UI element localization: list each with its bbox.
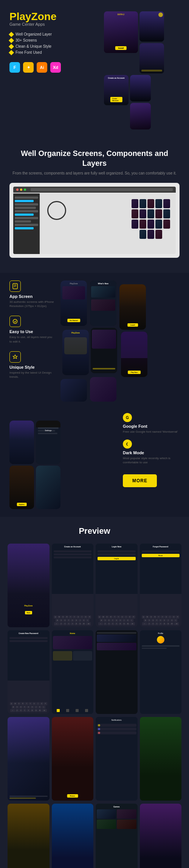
preview-phone-3: Login Now Log In QWERTYUIOP ASDFGHJKL ⇧Z… [96, 544, 138, 627]
keyboard-overlay-4: QWERTYUIOP ASDFGHJKL ⇧ZXCVBNM⌫ [8, 681, 50, 714]
info-phone-3: Settings [36, 421, 60, 464]
preview-row-2: Create New Password QWERTYUIOP ASDFGHJKL… [8, 630, 181, 714]
google-font-desc: Free use Google font named 'Montserrat' [123, 430, 180, 434]
screen-game3 [139, 43, 164, 73]
preview-phone-4: Forgot Password Reset QWERTYUIOP ASDFGHJ… [140, 544, 182, 627]
get-started-btn: Get Started [67, 319, 80, 322]
layer-4 [15, 207, 36, 209]
comp-8 [147, 209, 154, 218]
mockup-phone-s1 [130, 75, 151, 101]
collage-phone-4: PlayZone [62, 330, 89, 375]
diamond-icon-1 [9, 31, 14, 37]
feature-item-3: Clean & Unique Style [9, 44, 98, 48]
comp-15 [163, 220, 170, 229]
pscreen-13: 4.9 ★ Install [8, 804, 50, 868]
preview-phone-8: Profile [140, 630, 182, 714]
figma-selection-circle [47, 201, 66, 220]
preview-phone-13: 4.9 ★ Install [8, 804, 50, 868]
svg-rect-0 [13, 284, 17, 289]
collage-phone-2: What's New [90, 281, 116, 326]
preview-phone-10: Return [52, 717, 94, 801]
pscreen-1: PlayZone Start [8, 544, 50, 627]
xd-icon: Xd [50, 62, 61, 73]
kb-row-2: ASDFGHJKL [56, 619, 89, 622]
keyboard-overlay-3: QWERTYUIOP ASDFGHJKL ⇧ZXCVBNM⌫ [140, 594, 182, 627]
preview-phone-9 [8, 717, 50, 801]
feature-item-4: Free Font Used [9, 50, 98, 55]
kb-row-3: ⇧ZXCVBNM⌫ [54, 622, 91, 625]
ai-icon: Ai [37, 62, 47, 73]
comp-4 [155, 199, 162, 208]
feature-list: Well Organized Layer 30+ Screens Clean &… [9, 32, 98, 55]
info-phone-4 [36, 466, 60, 509]
hero-right: DOTA 2 Install Cre [104, 11, 180, 129]
mockup-row-top: DOTA 2 Install [104, 11, 180, 73]
feature-app-screen: App Screen 30 authentic screens with iPh… [9, 281, 55, 308]
collage-area: PlayZone Get Started What's New Install [60, 281, 180, 402]
preview-phone-15: Games [96, 804, 138, 868]
info-section: Explore Settings G Google Font Free use … [0, 409, 189, 517]
feature-name-3: Unique Style [9, 365, 55, 369]
preview-phone-7 [96, 630, 138, 714]
pscreen-3: Login Now Log In QWERTYUIOP ASDFGHJKL ⇧Z… [96, 544, 138, 627]
diamond-icon-2 [9, 37, 14, 43]
pscreen-16: Watch [140, 804, 182, 868]
comp-2 [139, 199, 146, 208]
keyboard-overlay-1: QWERTYUIOP ASDFGHJKL ⇧ZXCVBNM⌫ [52, 594, 94, 627]
comp-1 [132, 199, 138, 208]
preview-phone-1: PlayZone Start [8, 544, 50, 627]
mockup-phone-main: DOTA 2 Install [104, 11, 138, 53]
comp-17 [147, 230, 154, 239]
app-screen-icon [9, 281, 21, 292]
google-font-item: G Google Font Free use Google font named… [123, 413, 180, 434]
brand-title: PlayZone [9, 11, 98, 22]
svg-point-4 [13, 319, 17, 324]
comp-18 [155, 230, 162, 239]
layer-7 [15, 217, 38, 219]
features-left-column: App Screen 30 authentic screens with iPh… [9, 281, 55, 402]
preview-row-4: 4.9 ★ Install DOTA 2 Games [8, 804, 181, 868]
comp-13 [147, 220, 154, 229]
comp-5 [163, 199, 170, 208]
preview-phone-14: DOTA 2 [52, 804, 94, 868]
comp-12 [139, 220, 146, 229]
layer-8 [15, 220, 31, 223]
comp-6 [132, 209, 138, 218]
collage-phone-1: PlayZone Get Started [60, 281, 87, 326]
preview-row-3: Return Notifications [8, 717, 181, 801]
features-section: App Screen 30 authentic screens with iPh… [0, 273, 189, 409]
kb-row-1: QWERTYUIOP [54, 616, 91, 619]
layer-5 [15, 210, 38, 212]
figma-close-dot [16, 189, 19, 191]
preview-phone-6: Home [52, 630, 94, 714]
comp-7 [139, 209, 146, 218]
pscreen-4: Forgot Password Reset QWERTYUIOP ASDFGHJ… [140, 544, 182, 627]
figma-canvas [40, 193, 176, 254]
comp-11 [132, 220, 138, 229]
layer-9 [15, 224, 38, 226]
pscreen-7 [96, 630, 138, 714]
organized-title: Well Organize Screens, Components and La… [9, 148, 180, 168]
pscreen-14: DOTA 2 [52, 804, 94, 868]
preview-phone-5: Create New Password QWERTYUIOP ASDFGHJKL… [8, 630, 50, 714]
svg-rect-2 [14, 286, 16, 286]
feature-item-2: 30+ Screens [9, 38, 98, 42]
mockup-phone-account: Create an Account Create Account [104, 75, 129, 105]
preview-section: Preview PlayZone Start Create an Account [0, 517, 189, 868]
pscreen-2: Create an Account QWERTYUIOP ASDFGHJKL ⇧… [52, 544, 94, 627]
screen-game2 [139, 11, 164, 42]
more-button[interactable]: MORE [123, 474, 157, 487]
svg-rect-3 [14, 287, 15, 287]
google-font-title: Google Font [123, 424, 180, 429]
mockup-phone-s2 [130, 103, 151, 129]
dark-mode-title: Dark Mode [123, 450, 180, 455]
feature-desc-3: Inspired by the latest UI Design trends. [9, 371, 55, 379]
feature-name-1: App Screen [9, 294, 55, 299]
feature-name-2: Easy to Use [9, 329, 55, 334]
feature-item-1: Well Organized Layer [9, 32, 98, 36]
comp-10 [163, 209, 170, 218]
screen-s1 [130, 75, 151, 101]
feature-easy-to-use: Easy to Use Easy to use, all layers need… [9, 316, 55, 343]
google-font-icon: G [123, 413, 132, 422]
figma-minimize-dot [20, 189, 22, 191]
